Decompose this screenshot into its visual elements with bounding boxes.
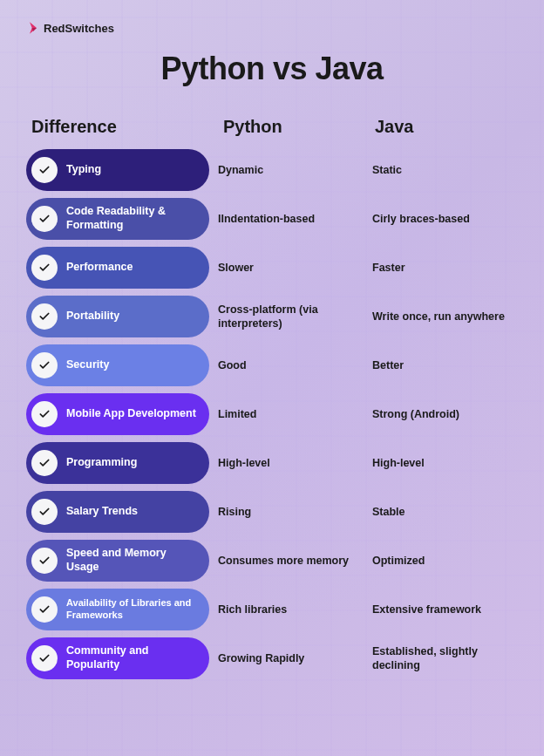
java-value: Stable xyxy=(372,505,518,519)
column-headers: Difference Python Java xyxy=(26,117,518,137)
java-value: Strong (Android) xyxy=(372,407,518,421)
difference-pill: Performance xyxy=(26,247,209,289)
check-icon xyxy=(31,157,58,183)
difference-label: Salary Trends xyxy=(66,505,138,519)
comparison-rows: TypingDynamicStaticCode Readability & Fo… xyxy=(26,149,518,679)
brand-name: RedSwitches xyxy=(44,22,114,35)
difference-label: Performance xyxy=(66,261,133,275)
comparison-row: Availability of Libraries and Frameworks… xyxy=(26,589,518,630)
difference-pill: Typing xyxy=(26,149,209,191)
java-value: Static xyxy=(372,163,518,177)
comparison-row: Salary TrendsRisingStable xyxy=(26,491,518,533)
java-value: High-level xyxy=(372,456,518,470)
brand-logo-icon xyxy=(26,21,40,35)
python-value: Rising xyxy=(218,505,364,519)
difference-pill: Portability xyxy=(26,296,209,337)
java-value: Better xyxy=(372,358,518,372)
python-value: Consumes more memory xyxy=(218,554,364,568)
difference-pill: Programming xyxy=(26,442,209,484)
difference-pill: Mobile App Development xyxy=(26,393,209,435)
difference-pill: Salary Trends xyxy=(26,491,209,533)
header-difference: Difference xyxy=(31,117,214,137)
difference-label: Portability xyxy=(66,310,119,324)
comparison-row: Code Readability & FormattingIIndentatio… xyxy=(26,198,518,240)
python-value: Rich libraries xyxy=(218,603,364,616)
comparison-row: ProgrammingHigh-levelHigh-level xyxy=(26,442,518,484)
check-icon xyxy=(31,499,58,525)
java-value: Faster xyxy=(372,261,518,275)
check-icon xyxy=(31,255,58,281)
comparison-row: SecurityGoodBetter xyxy=(26,344,518,386)
difference-label: Typing xyxy=(66,163,101,177)
difference-label: Code Readability & Formatting xyxy=(66,205,197,232)
java-value: Extensive framework xyxy=(372,603,518,616)
check-icon xyxy=(31,596,58,623)
python-value: IIndentation-based xyxy=(218,212,364,226)
python-value: Growing Rapidly xyxy=(218,651,364,665)
comparison-row: Community and PopularityGrowing RapidlyE… xyxy=(26,637,518,679)
python-value: High-level xyxy=(218,456,364,470)
java-value: Established, slightly declining xyxy=(372,644,518,673)
difference-pill: Speed and Memory Usage xyxy=(26,540,209,582)
difference-label: Programming xyxy=(66,456,137,470)
comparison-row: PortabilityCross-platform (via interpret… xyxy=(26,296,518,337)
python-value: Cross-platform (via interpreters) xyxy=(218,303,364,331)
comparison-row: Speed and Memory UsageConsumes more memo… xyxy=(26,540,518,582)
header-python: Python xyxy=(223,117,366,137)
difference-pill: Community and Popularity xyxy=(26,637,209,679)
check-icon xyxy=(31,206,58,232)
page-title: Python vs Java xyxy=(26,51,518,87)
difference-label: Security xyxy=(66,358,109,372)
comparison-row: PerformanceSlowerFaster xyxy=(26,247,518,289)
difference-label: Speed and Memory Usage xyxy=(66,547,197,574)
difference-label: Mobile App Development xyxy=(66,407,196,421)
check-icon xyxy=(31,450,58,476)
check-icon xyxy=(31,401,58,427)
python-value: Good xyxy=(218,358,364,372)
brand-logo: RedSwitches xyxy=(26,21,518,35)
python-value: Limited xyxy=(218,407,364,421)
java-value: Write once, run anywhere xyxy=(372,310,518,324)
check-icon xyxy=(31,548,58,574)
difference-pill: Code Readability & Formatting xyxy=(26,198,209,240)
check-icon xyxy=(31,303,58,330)
difference-pill: Availability of Libraries and Frameworks xyxy=(26,589,209,630)
difference-label: Availability of Libraries and Frameworks xyxy=(66,597,197,622)
java-value: Optimized xyxy=(372,554,518,568)
comparison-row: TypingDynamicStatic xyxy=(26,149,518,191)
difference-label: Community and Popularity xyxy=(66,644,197,671)
comparison-row: Mobile App DevelopmentLimitedStrong (And… xyxy=(26,393,518,435)
check-icon xyxy=(31,645,58,671)
check-icon xyxy=(31,352,58,378)
python-value: Slower xyxy=(218,261,364,275)
python-value: Dynamic xyxy=(218,163,364,177)
header-java: Java xyxy=(375,117,518,137)
difference-pill: Security xyxy=(26,344,209,386)
java-value: Cirly braces-based xyxy=(372,212,518,226)
